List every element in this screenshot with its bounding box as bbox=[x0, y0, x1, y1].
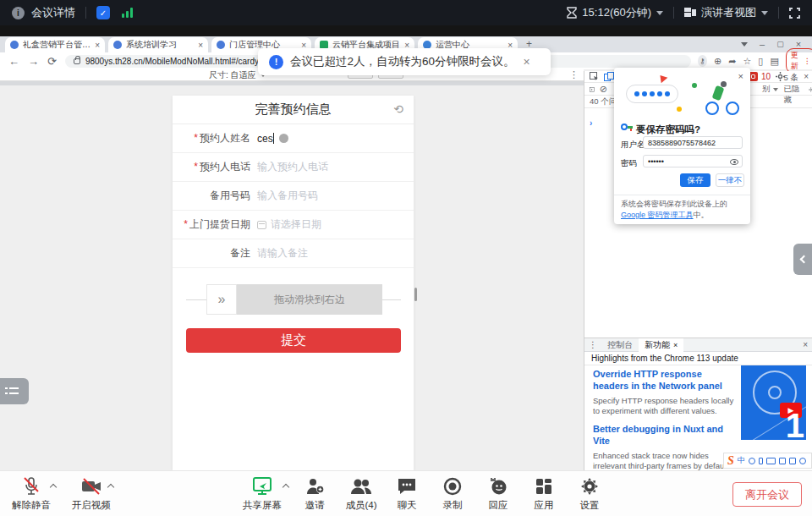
side-panel-icon[interactable]: ▯ bbox=[758, 56, 763, 67]
password-key-icon[interactable]: ⚷ bbox=[698, 55, 707, 67]
form-row-backup-number[interactable]: 备用号码 输入备用号码 bbox=[173, 182, 414, 211]
bookmark-star-icon[interactable]: ☆ bbox=[743, 56, 751, 67]
ime-skin-icon[interactable] bbox=[779, 458, 786, 464]
drawer-tab-console[interactable]: 控制台 bbox=[601, 338, 639, 352]
required-mark: * bbox=[184, 218, 188, 230]
profile-avatar-icon[interactable]: ▤ bbox=[770, 56, 778, 67]
whatsnew-body: Enhanced stack trace now hides irrelevan… bbox=[593, 451, 737, 473]
view-mode-caret-icon[interactable] bbox=[761, 11, 768, 15]
never-label: 一律不 bbox=[718, 175, 743, 186]
screen: i 会议详情 ✓ 15:12(60分钟) 演讲者视图 礼盒营销平台管理中心 × … bbox=[0, 0, 812, 516]
ime-language-toggle[interactable]: 中 bbox=[738, 455, 745, 466]
meeting-timer[interactable]: 15:12(60分钟) bbox=[582, 5, 651, 20]
prompt-glyph: › bbox=[590, 118, 592, 128]
dimensions-select[interactable]: 尺寸: 自适应 bbox=[209, 69, 256, 81]
devtools-close-icon[interactable]: × bbox=[804, 72, 809, 81]
mic-options-chevron-icon[interactable] bbox=[51, 485, 58, 491]
log-levels-select[interactable]: 别 bbox=[762, 84, 771, 95]
favicon bbox=[217, 41, 225, 49]
form-row-pickup-date[interactable]: *上门提货日期 请选择日期 bbox=[173, 211, 414, 239]
save-password-button[interactable]: 保存 bbox=[680, 173, 710, 187]
whatsnew-heading-link[interactable]: Better debugging in Nuxt and Vite bbox=[593, 424, 737, 447]
update-label: 更新 bbox=[791, 50, 801, 72]
username-input[interactable]: 8385889075578462 bbox=[643, 136, 743, 149]
whatsnew-heading-link[interactable]: Override HTTP response headers in the Ne… bbox=[593, 369, 737, 392]
drawer-more-icon[interactable]: ⋮ bbox=[589, 340, 597, 349]
password-input[interactable]: •••••• bbox=[643, 155, 743, 167]
form-row-phone[interactable]: *预约人电话 输入预约人电话 bbox=[173, 153, 414, 182]
share-screen-button[interactable]: 共享屏幕 bbox=[233, 476, 292, 512]
view-mode-button[interactable]: 演讲者视图 bbox=[701, 5, 756, 20]
name-input-value[interactable]: ces bbox=[257, 133, 274, 145]
ime-keyboard-icon[interactable] bbox=[766, 458, 776, 464]
form-row-name[interactable]: *预约人姓名 ces bbox=[173, 124, 414, 153]
settings-button[interactable]: 设置 bbox=[560, 476, 619, 512]
submit-label: 提交 bbox=[281, 332, 306, 349]
security-shield-icon[interactable]: ✓ bbox=[96, 6, 110, 19]
info-glyph: ! bbox=[275, 57, 278, 67]
fullscreen-icon[interactable] bbox=[789, 8, 800, 19]
save-label: 保存 bbox=[688, 175, 704, 186]
device-toolbar-more-icon[interactable]: ⋮ bbox=[569, 69, 579, 80]
unmute-button[interactable]: 解除静音 bbox=[2, 476, 61, 512]
share-icon[interactable]: ➦ bbox=[728, 56, 736, 67]
never-save-button[interactable]: 一律不 bbox=[716, 173, 744, 187]
zoom-icon[interactable]: ⊕ bbox=[714, 56, 721, 67]
sogou-logo[interactable]: S bbox=[727, 454, 734, 468]
submit-button[interactable]: 提交 bbox=[186, 328, 401, 353]
expand-panel-tab[interactable] bbox=[793, 244, 812, 275]
toast-close-icon[interactable]: × bbox=[524, 55, 530, 69]
tab-close-icon[interactable]: × bbox=[198, 41, 203, 50]
bicycle-wheel bbox=[726, 102, 739, 115]
drawer-close-icon[interactable]: × bbox=[803, 340, 808, 349]
console-prompt-icon[interactable]: › bbox=[590, 118, 592, 128]
network-signal-icon[interactable] bbox=[122, 8, 133, 18]
undo-icon[interactable]: ⟲ bbox=[393, 102, 403, 116]
footer-suffix: 中。 bbox=[694, 211, 709, 219]
meeting-agenda-widget[interactable] bbox=[0, 378, 29, 404]
browser-tab-1[interactable]: 礼盒营销平台管理中心 × bbox=[5, 37, 105, 52]
tab-close-icon[interactable]: × bbox=[95, 41, 100, 50]
clear-console-icon[interactable]: ⊘ bbox=[600, 84, 607, 95]
chrome-update-button[interactable]: 更新 ⋮ bbox=[786, 48, 812, 74]
tab-search-icon[interactable] bbox=[741, 42, 748, 47]
back-icon[interactable]: ← bbox=[8, 55, 19, 68]
maximize-button[interactable]: ▢ bbox=[776, 40, 784, 48]
show-password-eye-icon[interactable] bbox=[730, 159, 738, 165]
form-row-remark[interactable]: 备注 请输入备注 bbox=[173, 239, 414, 268]
slider-hint: 拖动滑块到右边 bbox=[274, 293, 345, 307]
phone-input-placeholder[interactable]: 输入预约人电话 bbox=[257, 160, 328, 174]
ime-cursor-icon[interactable] bbox=[749, 458, 755, 464]
ime-settings-icon[interactable] bbox=[799, 458, 806, 464]
forward-icon[interactable]: → bbox=[28, 55, 39, 68]
form-title-bar: 完善预约信息 ⟲ bbox=[173, 96, 414, 124]
leave-meeting-button[interactable]: 离开会议 bbox=[732, 482, 802, 507]
backup-input-placeholder[interactable]: 输入备用号码 bbox=[257, 189, 318, 203]
video-options-chevron-icon[interactable] bbox=[108, 485, 115, 491]
password-manager-link[interactable]: Google 密码管理工具 bbox=[621, 211, 694, 219]
layout-view-icon bbox=[684, 8, 696, 18]
timer-caret-icon[interactable] bbox=[656, 11, 663, 15]
page-scrollbar-thumb[interactable] bbox=[414, 288, 417, 301]
console-sidebar-icon[interactable] bbox=[590, 85, 595, 94]
device-toolbar-icon[interactable] bbox=[604, 72, 614, 81]
reload-icon[interactable]: ⟳ bbox=[47, 55, 57, 68]
ime-mic-icon[interactable] bbox=[759, 458, 763, 464]
whatsnew-video-thumbnail[interactable]: ▶ 1 bbox=[741, 365, 806, 440]
slider-line-left bbox=[186, 299, 206, 300]
start-video-button[interactable]: 开启视频 bbox=[62, 476, 121, 512]
drawer-tab-whatsnew[interactable]: 新功能 × bbox=[639, 338, 683, 352]
date-picker-placeholder[interactable]: 请选择日期 bbox=[271, 217, 321, 232]
ime-toolbar[interactable]: S 中 bbox=[723, 453, 812, 469]
meeting-details-button[interactable]: 会议详情 bbox=[31, 5, 75, 20]
drawer-tab-close-icon[interactable]: × bbox=[673, 341, 678, 349]
inspect-element-icon[interactable] bbox=[590, 72, 599, 81]
field-label: 备注 bbox=[230, 247, 250, 259]
console-settings-gear-icon[interactable] bbox=[809, 85, 812, 94]
remark-input-placeholder[interactable]: 请输入备注 bbox=[257, 246, 308, 261]
browser-tab-2[interactable]: 系统培训学习 × bbox=[108, 37, 208, 52]
whatsnew-body: Specify HTTP response headers locally to… bbox=[593, 396, 737, 418]
drawer-tab-bar: ⋮ 控制台 新功能 × × bbox=[584, 338, 812, 352]
ime-grid-icon[interactable] bbox=[789, 458, 796, 464]
slider-handle[interactable]: » bbox=[206, 284, 237, 315]
